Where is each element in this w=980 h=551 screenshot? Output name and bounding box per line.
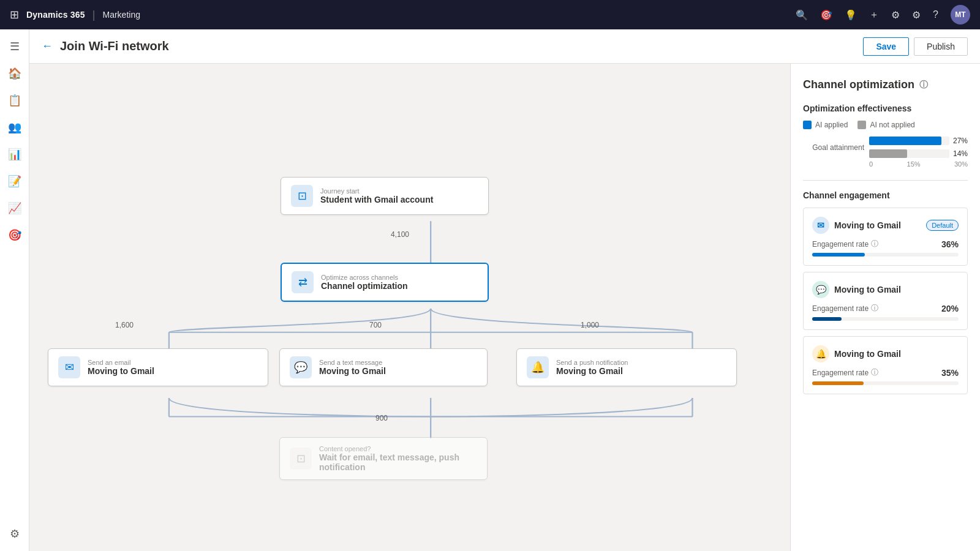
bar-container: 27% 14% — [869, 137, 968, 158]
page-header: ← Join Wi-Fi network Save Publish — [29, 29, 980, 64]
journey-start-node[interactable]: ⊡ Journey start Student with Gmail accou… — [281, 177, 489, 215]
email-rate-info-icon[interactable]: ⓘ — [871, 239, 878, 249]
text-icon: 💬 — [290, 356, 312, 378]
text-rate-label: Engagement rate ⓘ — [812, 303, 878, 313]
push-channel-name: 🔔 Moving to Gmail — [812, 345, 901, 362]
chart-row-goal: Goal attainment 27% — [803, 137, 968, 158]
panel-title: Channel optimization ⓘ — [803, 78, 968, 91]
text-node[interactable]: 💬 Send a text message Moving to Gmail — [279, 348, 488, 386]
optimize-text: Optimize across channels Channel optimiz… — [321, 274, 408, 291]
bar-ai-value: 27% — [953, 137, 968, 145]
text-engagement-card: 💬 Moving to Gmail Engagement rate ⓘ 20% — [803, 272, 968, 330]
user-avatar[interactable]: MT — [951, 5, 970, 24]
push-rate-info-icon[interactable]: ⓘ — [871, 367, 878, 378]
optimize-title: Channel optimization — [321, 281, 408, 291]
goal-label: Goal attainment — [803, 143, 864, 152]
flow-label-left: 1,600 — [115, 321, 134, 329]
condition-title: Wait for email, text message, push notif… — [319, 452, 477, 472]
right-panel: Channel optimization ⓘ Optimization effe… — [790, 64, 980, 551]
email-rate-row: Engagement rate ⓘ 36% — [812, 239, 959, 249]
push-progress-bar — [812, 381, 959, 385]
journey-canvas[interactable]: 4,100 1,600 700 1,000 900 ⊡ Journey star… — [29, 64, 790, 551]
nav-separator: | — [92, 9, 96, 21]
email-card-header: ✉ Moving to Gmail Default — [812, 217, 959, 234]
push-subtitle: Send a push notification — [556, 359, 628, 366]
sidebar-item-list[interactable]: 📝 — [2, 169, 27, 193]
publish-button[interactable]: Publish — [914, 37, 968, 56]
search-icon[interactable]: 🔍 — [796, 9, 808, 21]
legend-ai-not-applied: AI not applied — [858, 121, 914, 129]
settings-icon[interactable]: ⚙ — [912, 9, 921, 21]
push-text: Send a push notification Moving to Gmail — [556, 359, 628, 376]
condition-text: Content opened? Wait for email, text mes… — [319, 445, 477, 472]
push-engagement-card: 🔔 Moving to Gmail Engagement rate ⓘ 35% — [803, 336, 968, 394]
email-subtitle: Send an email — [88, 359, 154, 366]
sidebar-item-menu[interactable]: ☰ — [2, 34, 27, 59]
email-progress-fill — [812, 253, 865, 257]
email-text: Send an email Moving to Gmail — [88, 359, 154, 376]
text-title: Moving to Gmail — [319, 366, 386, 376]
optimize-icon: ⇄ — [292, 271, 314, 293]
save-button[interactable]: Save — [863, 37, 909, 56]
panel-info-icon[interactable]: ⓘ — [919, 80, 928, 91]
sidebar-item-people[interactable]: 👥 — [2, 115, 27, 140]
push-rate-label: Engagement rate ⓘ — [812, 367, 878, 378]
bar-noai-value: 14% — [953, 149, 968, 158]
brand-name: Dynamics 365 — [26, 10, 85, 20]
chart-axis: 0 15% 30% — [803, 160, 968, 168]
email-channel-icon: ✉ — [812, 217, 829, 234]
text-rate-value: 20% — [941, 304, 959, 313]
goal-attainment-chart: Goal attainment 27% — [803, 137, 968, 168]
email-icon: ✉ — [58, 356, 80, 378]
email-engagement-card: ✉ Moving to Gmail Default Engagement rat… — [803, 208, 968, 266]
email-title: Moving to Gmail — [88, 366, 154, 376]
content-area: 4,100 1,600 700 1,000 900 ⊡ Journey star… — [29, 64, 980, 551]
legend-gray-dot — [858, 121, 866, 129]
push-icon: 🔔 — [527, 356, 549, 378]
push-card-header: 🔔 Moving to Gmail — [812, 345, 959, 362]
target-icon[interactable]: 🎯 — [820, 9, 832, 21]
sidebar-item-analytics[interactable]: 📈 — [2, 196, 27, 220]
plus-icon[interactable]: ＋ — [869, 9, 879, 21]
sidebar-item-settings[interactable]: ⚙ — [2, 522, 27, 546]
flow-label-center: 700 — [369, 321, 382, 329]
flow-label-bottom: 900 — [375, 414, 388, 422]
flow-label-top: 4,100 — [391, 230, 409, 239]
push-rate-row: Engagement rate ⓘ 35% — [812, 367, 959, 378]
channel-optimization-node[interactable]: ⇄ Optimize across channels Channel optim… — [281, 263, 489, 302]
text-progress-fill — [812, 317, 842, 321]
journey-start-text: Journey start Student with Gmail account — [320, 187, 433, 204]
push-progress-fill — [812, 381, 864, 385]
main-area: ← Join Wi-Fi network Save Publish — [29, 29, 980, 551]
email-progress-bar — [812, 253, 959, 257]
filter-icon[interactable]: ⚙ — [891, 9, 900, 21]
email-channel-name: ✉ Moving to Gmail — [812, 217, 901, 234]
push-channel-icon: 🔔 — [812, 345, 829, 362]
text-channel-icon: 💬 — [812, 281, 829, 298]
push-title: Moving to Gmail — [556, 366, 628, 376]
condition-node[interactable]: ⊡ Content opened? Wait for email, text m… — [279, 437, 488, 480]
push-node[interactable]: 🔔 Send a push notification Moving to Gma… — [516, 348, 737, 386]
sidebar-item-chart[interactable]: 📊 — [2, 142, 27, 167]
journey-start-icon: ⊡ — [291, 185, 313, 207]
lightbulb-icon[interactable]: 💡 — [845, 9, 857, 21]
sidebar-item-home[interactable]: 🏠 — [2, 61, 27, 86]
header-actions: Save Publish — [863, 37, 968, 56]
sidebar-item-recent[interactable]: 📋 — [2, 88, 27, 113]
email-rate-label: Engagement rate ⓘ — [812, 239, 878, 249]
flow-label-right: 1,000 — [581, 321, 599, 329]
text-text: Send a text message Moving to Gmail — [319, 359, 386, 376]
default-badge: Default — [926, 220, 959, 231]
text-card-header: 💬 Moving to Gmail — [812, 281, 959, 298]
condition-subtitle: Content opened? — [319, 445, 477, 452]
text-rate-info-icon[interactable]: ⓘ — [871, 303, 878, 313]
email-node[interactable]: ✉ Send an email Moving to Gmail — [48, 348, 268, 386]
app-layout: ☰ 🏠 📋 👥 📊 📝 📈 🎯 ⚙ ← Join Wi-Fi network S… — [0, 29, 980, 551]
legend-ai-applied: AI applied — [803, 121, 848, 129]
email-rate-value: 36% — [941, 239, 959, 249]
sidebar: ☰ 🏠 📋 👥 📊 📝 📈 🎯 ⚙ — [0, 29, 29, 551]
help-icon[interactable]: ? — [933, 9, 938, 20]
sidebar-item-segments[interactable]: 🎯 — [2, 223, 27, 247]
back-button[interactable]: ← — [42, 40, 53, 53]
grid-icon[interactable]: ⊞ — [10, 8, 19, 21]
